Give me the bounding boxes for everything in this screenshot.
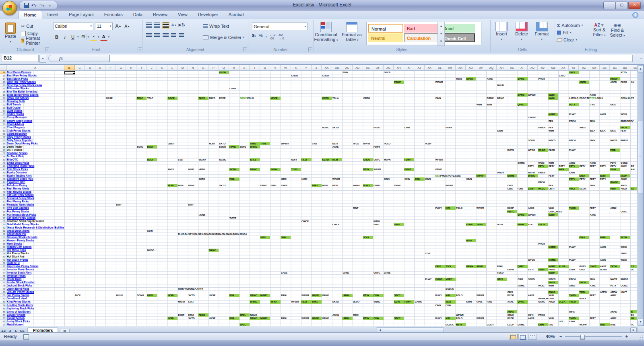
bold-button[interactable]: B [53,33,60,41]
ticker-cell-AT40[interactable]: DRMC [517,161,524,165]
ticker-cell-AQ14[interactable]: AXXE [486,77,493,80]
ticker-cell-J67[interactable]: MODD [147,249,155,252]
promoter-link[interactable]: Gold Medal Penny Stocks [7,223,64,226]
row-header-83[interactable]: 83 [0,300,6,303]
ticker-cell-I35[interactable]: SOUL [136,145,143,148]
scroll-up-icon[interactable]: ▲ [638,66,644,72]
ticker-cell-AH15[interactable]: FEWP [394,80,404,84]
align-bottom-icon[interactable] [163,23,169,28]
ticker-cell-BB44[interactable]: BERI [600,174,610,177]
column-header-AF[interactable]: AF [373,65,384,71]
ticker-cell-AS48[interactable]: CBIS [507,187,513,190]
promoter-link[interactable]: Chart Advisor [7,123,64,126]
ticker-cell-BD48[interactable]: AM22 [620,187,627,190]
row-header-50[interactable]: 50 [0,194,6,197]
ticker-cell-AM29[interactable]: PLWY [445,126,452,129]
font-name-combo[interactable]: Calibri▾ [53,23,93,30]
ticker-cell-AP22[interactable]: WIIM [476,103,482,106]
row-header-57[interactable]: 57 [0,216,6,220]
zoom-in-icon[interactable]: + [625,334,628,339]
ticker-cell-P67[interactable]: DRMC [208,249,219,252]
ticker-cell-O56[interactable]: UGNS [198,213,205,216]
formula-bar-expand-icon[interactable]: ⌄ [640,56,642,60]
ticker-cell-AW81[interactable]: VLBI [548,294,554,297]
ticker-cell-AW40[interactable]: WIIM [548,161,554,165]
column-header-J[interactable]: J [147,65,157,71]
ticker-cell-AU81[interactable]: AXXE [528,294,535,297]
ticker-cell-N47[interactable]: BRVC [188,184,195,187]
column-header-AI[interactable]: AI [404,65,415,71]
promoter-link[interactable]: Daily Penny Stocks [7,136,64,139]
ticker-cell-AY76[interactable]: PPCH [569,278,576,281]
ticker-cell-AH88[interactable]: STCC [394,317,404,320]
ticker-cell-T42[interactable]: DRMC [250,168,260,171]
ticker-cell-AM81[interactable]: KIRI [445,294,456,297]
ticker-cell-AF88[interactable]: CINN [373,317,384,320]
ticker-cell-O42[interactable]: HPTG [198,168,205,171]
vertical-scrollbar[interactable]: ▲ ▼ [637,65,643,326]
promoter-link[interactable]: Growing Stocks Reports [7,236,64,239]
ticker-cell-AU19[interactable]: WPWR [528,93,536,97]
column-header-AU[interactable]: AU [528,65,538,71]
promoter-link[interactable]: Great Stock Pix [7,233,64,236]
ticker-cell-AV48[interactable]: WLGC [538,187,548,190]
ticker-cell-AM76[interactable]: MSPC [445,278,456,281]
ticker-cell-W74[interactable]: GASE [281,271,287,274]
ticker-cell-F20[interactable]: GASE [105,97,112,100]
ticker-cell-AB45[interactable]: WPWR [332,177,340,181]
row-header-15[interactable]: 15 [0,80,6,84]
promoter-link[interactable]: Best Top Penny Stocks [7,80,64,84]
ticker-cell-AN87[interactable]: WPWR [456,313,464,317]
column-header-AR[interactable]: AR [497,65,507,71]
office-button[interactable] [2,1,17,15]
ticker-cell-BD41[interactable]: AM22 [620,165,627,168]
promoter-link[interactable]: Explosive Stock Pick [7,177,64,181]
align-left-icon[interactable] [146,33,152,38]
ticker-cell-BE41[interactable]: PE [630,165,634,168]
ticker-cell-AO72[interactable]: GPMN [466,265,476,268]
row-header-67[interactable]: 67 [0,249,6,252]
row-header-51[interactable]: 51 [0,197,6,200]
ticker-cell-AS47[interactable]: CBIS [507,184,513,187]
ticker-cell-AB35[interactable]: AXXE [332,145,339,148]
ticker-cell-AM84[interactable]: CINN [445,304,451,307]
ticker-cell-C81[interactable]: DICX [75,294,81,297]
promoter-link[interactable]: InvestorTrends [7,274,64,278]
column-header-D[interactable]: D [85,65,95,71]
ticker-cell-AD54[interactable]: RINT [353,206,358,210]
row-header-24[interactable]: 24 [0,109,6,113]
ticker-cell-AZ77[interactable]: DROP [579,281,590,284]
promoter-link[interactable]: Damn Good Penny Picks [7,142,64,145]
column-header-BC[interactable]: BC [610,65,620,71]
promoter-link[interactable]: Dr Stock Pick [7,155,64,158]
row-header-28[interactable]: 28 [0,123,6,126]
ticker-cell-Z47[interactable]: THKE [312,184,322,187]
row-header-42[interactable]: 42 [0,168,6,171]
ticker-cell-BE72[interactable]: CS [630,265,637,268]
ribbon-tab-insert[interactable]: Insert [42,11,64,19]
ticker-cell-AH59[interactable]: SING [394,223,404,226]
ticker-cell-AC74[interactable]: GRNE [342,271,349,274]
ticker-cell-BA27[interactable]: SINN [589,119,595,123]
ticker-cell-U47[interactable]: GPNE [260,184,267,187]
grow-font-button[interactable]: A▲ [115,23,122,30]
ticker-cell-AM88[interactable]: KIRI [445,317,456,320]
promoter-link[interactable]: First Penny Picks [7,200,64,203]
ticker-cell-AD47[interactable]: WBXU [353,184,360,187]
conditional-formatting-button[interactable]: Conditional Formatting ▾ [314,22,338,42]
row-header-20[interactable]: 20 [0,97,6,100]
column-header-H[interactable]: H [126,65,136,71]
row-header-71[interactable]: 71 [0,262,6,265]
ticker-cell-AT90[interactable]: DRMC [517,323,524,326]
row-header-66[interactable]: 66 [0,245,6,249]
promoter-link[interactable]: Bite The Bullet Investing [7,90,64,93]
ticker-cell-AL44[interactable]: DIEI,PMCM,PGYC,GEIG [435,174,461,177]
ticker-cell-AG39[interactable]: MVPN [384,158,391,161]
ticker-cell-BB25[interactable]: AM22 [600,113,606,116]
row-header-45[interactable]: 45 [0,177,6,181]
ticker-cell-BA76[interactable]: SINN [589,278,595,281]
promoter-link[interactable]: Emerging Stock Plays [7,165,64,168]
column-header-AX[interactable]: AX [558,65,569,71]
ticker-cell-N62[interactable]: SPY,UNI,ISR,LGF,ARUN,URBN,CM,SNLD,RGOX,M… [188,233,247,236]
ticker-cell-AE34[interactable]: MVPN [363,142,370,145]
